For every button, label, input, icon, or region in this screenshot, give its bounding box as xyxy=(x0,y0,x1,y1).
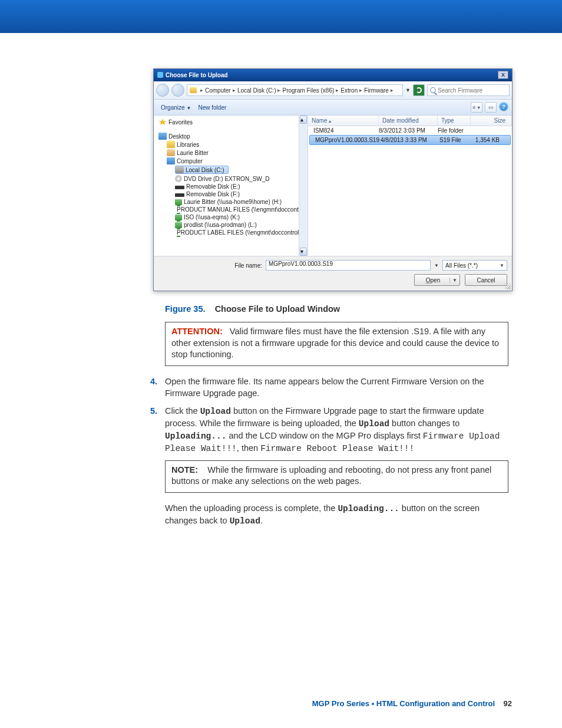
search-icon xyxy=(430,87,436,93)
desktop-icon xyxy=(158,133,167,140)
preview-pane-button[interactable]: ▭ xyxy=(485,102,497,113)
dialog-title: Choose File to Upload xyxy=(166,72,228,78)
tree-removable-f[interactable]: Removable Disk (F:) xyxy=(186,191,240,197)
col-date[interactable]: Date modified xyxy=(379,116,438,126)
new-folder-button[interactable]: New folder xyxy=(195,103,230,112)
folder-tree[interactable]: Favorites Desktop Libraries Laurie Bitte… xyxy=(154,116,308,256)
col-name[interactable]: Name xyxy=(312,117,328,124)
usb-icon xyxy=(175,193,184,197)
step-5: 5. Click the Upload button on the Firmwa… xyxy=(150,405,510,454)
tree-net-j[interactable]: PRODUCT MANUAL FILES (\\engmnt\doccontro… xyxy=(177,206,308,213)
forward-button[interactable] xyxy=(171,84,184,97)
tree-net-h[interactable]: Laurie Bitter (\\usa-home9\home) (H:) xyxy=(184,199,282,205)
libraries-icon xyxy=(167,141,175,148)
file-row[interactable]: ISM8248/3/2012 3:03 PMFile folder xyxy=(308,126,512,135)
folder-icon xyxy=(190,87,197,93)
note-text: While the firmware is uploading and rebo… xyxy=(171,465,491,486)
tree-scrollbar[interactable]: ▴ ▾ xyxy=(299,116,308,256)
path-firmware[interactable]: Firmware xyxy=(364,87,389,94)
search-box[interactable]: Search Firmware xyxy=(427,84,510,96)
scroll-up-button[interactable]: ▴ xyxy=(300,116,307,124)
tree-favorites[interactable]: Favorites xyxy=(168,119,193,126)
dialog-titlebar: Choose File to Upload X xyxy=(154,69,512,81)
tree-libraries[interactable]: Libraries xyxy=(177,141,199,148)
user-icon xyxy=(167,149,175,156)
filename-label: File name: xyxy=(158,262,262,269)
page-footer: MGP Pro Series • HTML Configuration and … xyxy=(312,699,512,708)
scroll-down-button[interactable]: ▾ xyxy=(300,248,307,256)
refresh-button[interactable] xyxy=(413,84,425,96)
tree-net-n[interactable]: PRODUCT LABEL FILES (\\engmnt\doccontrol… xyxy=(177,229,308,236)
close-button[interactable]: X xyxy=(498,71,508,79)
file-dialog: Choose File to Upload X ▸Computer ▸Local… xyxy=(153,68,513,291)
attention-label: ATTENTION: xyxy=(171,327,223,336)
note-box: NOTE: While the firmware is uploading an… xyxy=(165,460,508,493)
path-extron[interactable]: Extron xyxy=(340,87,358,94)
network-drive-icon xyxy=(175,215,182,220)
tree-net-k[interactable]: ISO (\\usa-eqms) (K:) xyxy=(184,214,240,220)
path-computer[interactable]: Computer xyxy=(205,87,231,94)
tree-removable-e[interactable]: Removable Disk (E:) xyxy=(186,183,240,190)
path-localc[interactable]: Local Disk (C:) xyxy=(237,87,276,94)
step-4: 4. Open the firmware file. Its name appe… xyxy=(150,375,510,399)
filename-input[interactable]: MGPproV1.00.0003.S19 xyxy=(266,260,431,271)
tree-localc[interactable]: Local Disk (C:) xyxy=(186,167,224,173)
tree-user[interactable]: Laurie Bitter xyxy=(177,150,209,156)
disk-icon xyxy=(176,166,184,173)
network-drive-icon xyxy=(175,199,182,205)
cancel-button[interactable]: Cancel xyxy=(465,274,507,286)
favorites-icon xyxy=(158,118,167,126)
network-drive-icon xyxy=(175,222,182,228)
note-label: NOTE: xyxy=(171,465,198,475)
view-mode-button[interactable]: ≡ ▼ xyxy=(471,102,482,113)
file-row[interactable]: MGPproV1.00.0003.S194/8/2013 3:33 PMS19 … xyxy=(309,135,511,145)
search-placeholder: Search Firmware xyxy=(438,87,482,94)
help-button[interactable]: ? xyxy=(499,102,508,111)
file-filter-select[interactable]: All Files (*.*)▼ xyxy=(442,260,507,271)
dvd-icon xyxy=(175,175,182,182)
path-progfiles[interactable]: Program Files (x86) xyxy=(282,87,334,94)
figure-caption: Figure 35. Choose File to Upload Window xyxy=(165,304,512,314)
computer-icon xyxy=(167,157,175,164)
col-size[interactable]: Size xyxy=(471,116,512,126)
dialog-footer: File name: MGPproV1.00.0003.S19 ▼ All Fi… xyxy=(154,256,512,291)
attention-box: ATTENTION: Valid firmware files must hav… xyxy=(165,322,508,366)
page-top-bar xyxy=(0,0,562,33)
usb-icon xyxy=(175,186,184,189)
ie-icon xyxy=(157,72,163,78)
tree-desktop[interactable]: Desktop xyxy=(168,133,190,140)
back-button[interactable] xyxy=(156,84,169,97)
file-list[interactable]: Name ▴ Date modified Type Size ISM8248/3… xyxy=(308,116,512,256)
list-header[interactable]: Name ▴ Date modified Type Size xyxy=(308,116,512,126)
organize-menu[interactable]: Organize▼ xyxy=(157,103,195,112)
tree-dvd[interactable]: DVD Drive (D:) EXTRON_SW_D xyxy=(184,176,270,182)
dialog-nav: ▸Computer ▸Local Disk (C:) ▸Program File… xyxy=(154,81,512,100)
dialog-toolbar: Organize▼ New folder ≡ ▼ ▭ ? xyxy=(154,100,512,116)
breadcrumb[interactable]: ▸Computer ▸Local Disk (C:) ▸Program File… xyxy=(187,84,403,96)
tree-computer[interactable]: Computer xyxy=(177,158,203,164)
resize-grip[interactable] xyxy=(505,284,511,289)
tree-net-l[interactable]: prodlist (\\usa-prodman) (L:) xyxy=(184,222,257,228)
open-button[interactable]: Open xyxy=(414,274,460,286)
col-type[interactable]: Type xyxy=(438,116,471,126)
after-note-text: When the uploading process is complete, … xyxy=(165,502,508,527)
